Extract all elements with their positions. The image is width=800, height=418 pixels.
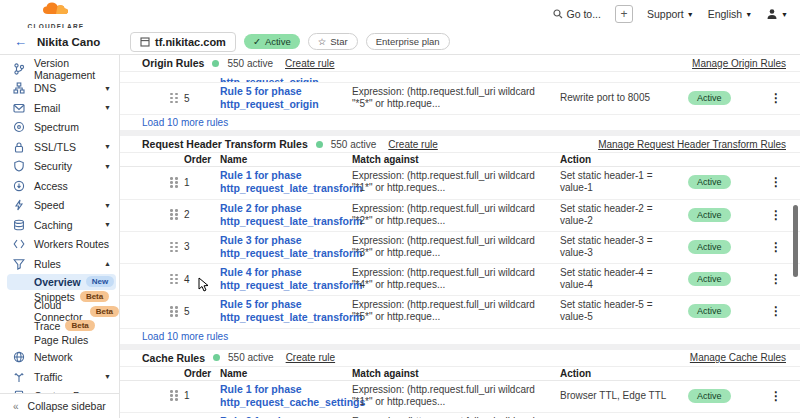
sidebar-item-overview[interactable]: OverviewNew [7,274,116,290]
kebab-menu-icon[interactable]: ⋮ [770,240,782,254]
cloudflare-logo[interactable]: CLOUDFLARE [26,1,86,27]
kebab-menu-icon[interactable]: ⋮ [770,175,782,189]
drag-handle-icon[interactable] [170,177,178,188]
rule-row: 3 Rule 3 for phasehttp_request_late_tran… [120,232,800,264]
sidebar-item-rules[interactable]: Rules▲ [0,254,119,274]
sidebar-item-workers-routes[interactable]: Workers Routes [0,235,119,255]
add-button[interactable]: + [615,5,633,23]
rule-name-link[interactable]: Rule 4 for phasehttp_request_late_transf… [220,266,352,292]
drag-handle-icon[interactable] [170,390,178,401]
rules-icon [13,258,25,270]
kebab-menu-icon[interactable]: ⋮ [770,389,782,403]
site-selector[interactable]: tf.nikitac.com [130,32,236,52]
mouse-cursor [198,277,210,293]
network-icon [13,351,25,363]
section-request-header-transform-rules: Request Header Transform Rules550 active… [120,136,800,343]
sidebar-item-access[interactable]: Access [0,176,119,196]
rule-name-link[interactable]: Rule 2 for phasehttp_request_late_transf… [220,202,352,228]
sidebar-item-caching[interactable]: Caching▼ [0,215,119,235]
site-status-badge: ✓ Active [244,34,300,49]
sidebar-item-dns[interactable]: DNS▼ [0,79,119,99]
traffic-icon [13,371,25,383]
workers-routes-icon [13,238,25,250]
status-badge: Active [688,91,731,105]
account-name: Nikita Cano [37,36,100,48]
sidebar-item-email[interactable]: Email▼ [0,98,119,118]
sidebar-item-trace[interactable]: TraceBeta [0,319,119,334]
sidebar-item-version-management[interactable]: Version Management [0,59,119,79]
table-header: OrderNameMatch againstAction [120,367,800,381]
column-name: Name [220,368,352,379]
sidebar-item-spectrum[interactable]: Spectrum [0,118,119,138]
language-menu[interactable]: English ▼ [708,8,752,20]
sidebar-item-label: SSL/TLS [34,141,76,153]
spectrum-icon [13,121,25,133]
status-badge: Active [688,304,731,318]
chevron-down-icon: ▼ [104,221,111,228]
drag-handle-icon[interactable] [170,209,178,220]
create-rule-link[interactable]: Create rule [286,352,335,363]
section-header-origin-rules: Origin Rules550 activeCreate ruleManage … [120,55,800,72]
status-badge: Active [688,272,731,286]
section-header-request-header-transform-rules: Request Header Transform Rules550 active… [120,136,800,153]
drag-handle-icon[interactable] [170,93,178,104]
email-icon [13,102,25,114]
sidebar-item-traffic[interactable]: Traffic▼ [0,367,119,387]
sidebar-item-label: Security [34,160,72,172]
column-action: Action [560,154,688,165]
traffic-icon [13,371,25,383]
kebab-menu-icon[interactable]: ⋮ [770,272,782,286]
chevron-down-icon: ▼ [104,202,111,209]
create-rule-link[interactable]: Create rule [388,139,437,150]
load-more-rules-link[interactable]: Load 10 more rules [142,117,228,128]
back-arrow-icon[interactable]: ← [14,34,27,49]
rule-name-link[interactable]: http_request_origin [220,76,319,83]
rule-name-link[interactable]: Rule 5 for phasehttp_request_late_transf… [220,298,352,324]
star-button[interactable]: ☆ Star [308,33,358,50]
beta-badge: Beta [65,320,94,331]
scrollbar-thumb[interactable] [793,205,798,277]
sidebar-item-security[interactable]: Security▼ [0,157,119,177]
zone-icon [140,37,150,47]
sidebar-item-label: Access [34,180,68,192]
rule-order: 5 [184,306,220,317]
drag-handle-icon[interactable] [170,306,178,317]
workers-routes-icon [13,238,25,250]
rule-name-link[interactable]: Rule 1 for phasehttp_request_late_transf… [220,169,352,195]
collapse-sidebar-button[interactable]: « Collapse sidebar [0,393,119,418]
sidebar-item-label: Caching [34,219,73,231]
kebab-menu-icon[interactable]: ⋮ [770,304,782,318]
status-badge: Active [688,208,731,222]
user-menu[interactable]: ▼ [766,8,788,20]
sidebar-subitem-label: Page Rules [34,334,88,346]
section-title: Origin Rules [142,57,204,69]
support-menu[interactable]: Support ▼ [647,8,694,20]
load-more-rules-link[interactable]: Load 10 more rules [142,331,228,342]
drag-handle-icon[interactable] [170,242,178,253]
sidebar-subitem-label: Overview [34,276,81,288]
sidebar-item-network[interactable]: Network [0,348,119,368]
section-cache-rules: Cache Rules550 activeCreate ruleManage C… [120,350,800,418]
rule-name-link[interactable]: Rule 1 for phasehttp_request_cache_setti… [220,383,352,409]
create-rule-link[interactable]: Create rule [285,58,334,69]
kebab-menu-icon[interactable]: ⋮ [770,208,782,222]
manage-rules-link[interactable]: Manage Request Header Transform Rules [598,139,786,150]
status-badge: Active [688,240,731,254]
manage-rules-link[interactable]: Manage Origin Rules [692,58,786,69]
rule-name-link[interactable]: Rule 5 for phasehttp_request_origin [220,85,352,111]
sidebar-subitem-label: Trace [34,320,60,332]
drag-handle-icon[interactable] [170,274,178,285]
rule-name-link[interactable]: Rule 3 for phasehttp_request_late_transf… [220,234,352,260]
chevron-down-icon: ▼ [104,373,111,380]
active-status-dot-icon [316,141,323,148]
sidebar-item-ssl-tls[interactable]: SSL/TLS▼ [0,137,119,157]
sidebar-item-speed[interactable]: Speed▼ [0,196,119,216]
sidebar-item-page-rules[interactable]: Page Rules [0,333,119,348]
go-to-search[interactable]: Go to... [553,8,601,20]
kebab-menu-icon[interactable]: ⋮ [770,91,782,105]
chevron-down-icon: ▼ [781,11,788,18]
sidebar: Version ManagementDNS▼Email▼SpectrumSSL/… [0,55,120,418]
manage-rules-link[interactable]: Manage Cache Rules [690,352,786,363]
sidebar-item-cloud-connector[interactable]: Cloud ConnectorBeta [0,304,119,319]
security-icon [13,160,25,172]
